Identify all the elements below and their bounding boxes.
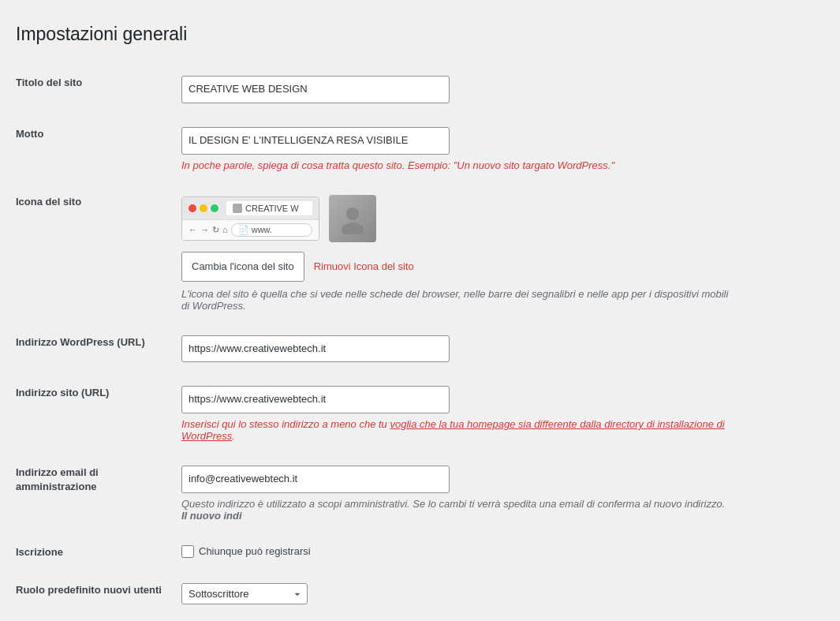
membership-row: Iscrizione Chiunque può registrarsi (16, 533, 824, 571)
browser-tab: CREATIVE W (226, 201, 312, 215)
page-title: Impostazioni generali (16, 24, 824, 45)
admin-email-input[interactable] (181, 466, 450, 493)
browser-mockup: CREATIVE W ← → ↻ ⌂ 📄 www. (181, 196, 319, 241)
browser-addressbar: ← → ↻ ⌂ 📄 www. (182, 219, 319, 240)
site-icon-svg (337, 203, 368, 234)
remove-icon-button[interactable]: Rimuovi Icona del sito (314, 260, 414, 272)
icon-button-group: Cambia l'icona del sito Rimuovi Icona de… (181, 252, 816, 282)
default-role-row: Ruolo predefinito nuovi utenti Sottoscri… (16, 571, 824, 616)
tagline-row: Motto In poche parole, spiega di cosa tr… (16, 115, 824, 183)
site-url-label: Indirizzo sito (URL) (16, 374, 174, 454)
membership-checkbox-text: Chiunque può registrarsi (199, 545, 311, 557)
browser-favicon (233, 204, 242, 213)
site-title-row: Titolo del sito (16, 64, 824, 115)
default-role-label: Ruolo predefinito nuovi utenti (16, 571, 174, 616)
site-icon-description: L'icona del sito è quella che si vede ne… (181, 288, 734, 312)
default-role-select[interactable]: Sottoscrittore Collaboratore Autore Reda… (181, 583, 308, 604)
browser-titlebar: CREATIVE W (182, 197, 319, 219)
admin-email-cell: Questo indirizzo è utilizzato a scopi am… (174, 454, 824, 533)
site-url-cell: Inserisci qui lo stesso indirizzo a meno… (174, 374, 824, 454)
browser-dot-red (189, 204, 196, 212)
tagline-label: Motto (16, 115, 174, 183)
browser-dot-yellow (200, 204, 207, 212)
membership-label: Iscrizione (16, 533, 174, 571)
wordpress-url-cell (174, 324, 824, 375)
svg-point-1 (342, 223, 364, 234)
change-icon-button[interactable]: Cambia l'icona del sito (181, 252, 304, 282)
wordpress-url-input[interactable] (181, 335, 450, 363)
site-language-label: Lingua del sito 🌐 (16, 616, 174, 621)
site-title-cell (174, 64, 824, 115)
browser-tab-text: CREATIVE W (245, 204, 299, 213)
admin-email-label: Indirizzo email di amministrazione (16, 454, 174, 533)
forward-icon: → (200, 225, 209, 234)
refresh-icon: ↻ (212, 225, 219, 235)
wordpress-url-label: Indirizzo WordPress (URL) (16, 324, 174, 375)
site-url-input[interactable] (181, 386, 450, 413)
site-icon-thumbnail (329, 195, 376, 242)
site-icon-row: Icona del sito CREATIVE W (16, 183, 824, 324)
site-language-row: Lingua del sito 🌐 Italiano English (US) … (16, 616, 824, 621)
site-title-input[interactable] (181, 76, 450, 103)
admin-email-description: Questo indirizzo è utilizzato a scopi am… (181, 498, 734, 522)
site-icon-label: Icona del sito (16, 183, 174, 324)
admin-email-row: Indirizzo email di amministrazione Quest… (16, 454, 824, 533)
membership-checkbox-label[interactable]: Chiunque può registrarsi (181, 545, 816, 558)
browser-url-text: 📄 (238, 225, 252, 234)
site-icon-preview: CREATIVE W ← → ↻ ⌂ 📄 www. (181, 195, 816, 242)
site-icon-image (329, 195, 376, 242)
tagline-cell: In poche parole, spiega di cosa tratta q… (174, 115, 824, 183)
membership-checkbox[interactable] (181, 545, 194, 558)
site-title-label: Titolo del sito (16, 64, 174, 115)
site-language-cell: Italiano English (US) Español Français D… (174, 616, 824, 621)
browser-url: 📄 www. (231, 223, 312, 237)
svg-point-0 (346, 208, 359, 220)
settings-form: Titolo del sito Motto In poche parole, s… (16, 64, 824, 621)
back-icon: ← (189, 225, 197, 234)
site-icon-cell: CREATIVE W ← → ↻ ⌂ 📄 www. (174, 183, 824, 324)
wordpress-url-row: Indirizzo WordPress (URL) (16, 324, 824, 375)
site-url-description: Inserisci qui lo stesso indirizzo a meno… (181, 418, 734, 442)
tagline-input[interactable] (181, 127, 450, 155)
home-icon: ⌂ (222, 225, 228, 234)
browser-dot-green (211, 204, 218, 212)
site-url-row: Indirizzo sito (URL) Inserisci qui lo st… (16, 374, 824, 454)
tagline-description: In poche parole, spiega di cosa tratta q… (181, 159, 734, 171)
default-role-cell: Sottoscrittore Collaboratore Autore Reda… (174, 571, 824, 616)
membership-cell: Chiunque può registrarsi (174, 533, 824, 571)
